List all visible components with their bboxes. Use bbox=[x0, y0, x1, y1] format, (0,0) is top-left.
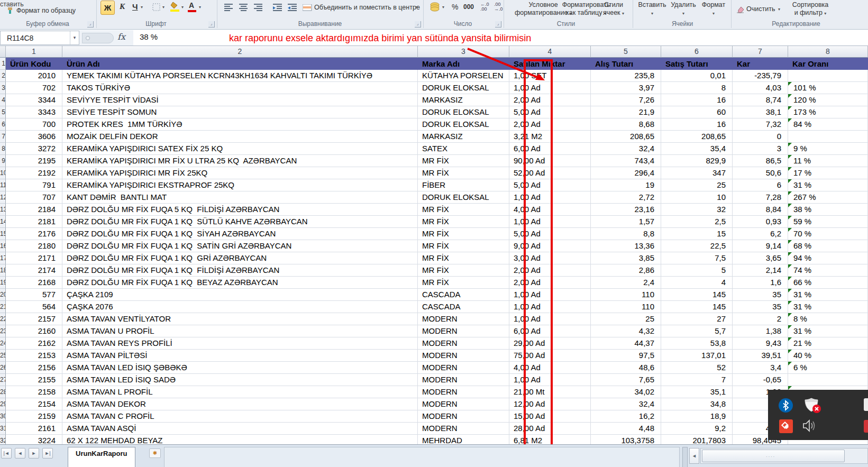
increase-indent-icon[interactable] bbox=[288, 4, 297, 11]
column-header[interactable]: 3 bbox=[418, 46, 509, 58]
table-header-cell[interactable]: Marka Adı bbox=[418, 58, 509, 70]
cell[interactable]: 2010 bbox=[6, 70, 62, 82]
clear-dropdown-icon[interactable]: ▾ bbox=[778, 7, 780, 12]
cell[interactable]: 8 bbox=[661, 82, 733, 94]
cell[interactable]: 564 bbox=[6, 301, 62, 313]
column-header[interactable]: 7 bbox=[733, 46, 788, 58]
row-number[interactable]: 3 bbox=[0, 82, 6, 94]
clipboard-dialog-launcher-icon[interactable]: ⌟ bbox=[87, 21, 94, 28]
cell[interactable]: 40 % bbox=[788, 350, 868, 362]
cell[interactable]: 66 % bbox=[788, 277, 868, 289]
cell[interactable]: 5 bbox=[661, 264, 733, 277]
cell[interactable]: 10 bbox=[661, 191, 733, 204]
increase-decimal-icon[interactable]: ←.0.00 bbox=[480, 2, 489, 12]
insert-worksheet-icon[interactable]: ✱ bbox=[149, 448, 161, 458]
cell[interactable]: 110 bbox=[591, 301, 661, 313]
cell[interactable]: 2180 bbox=[6, 240, 62, 252]
cell[interactable]: ÇAŞKA 2109 bbox=[62, 289, 418, 301]
cell[interactable]: 3 bbox=[733, 143, 788, 155]
fill-color-icon[interactable] bbox=[170, 1, 180, 12]
cell[interactable]: MR FİX bbox=[418, 167, 509, 179]
cell[interactable]: 2171 bbox=[6, 252, 62, 264]
column-header[interactable]: 6 bbox=[661, 46, 733, 58]
cell[interactable]: 31 % bbox=[788, 179, 868, 191]
table-header-cell[interactable]: Kar bbox=[733, 58, 788, 70]
cell[interactable]: KERAMİKA YAPIŞDIRICI MR FİX 25KQ bbox=[62, 167, 418, 179]
cell[interactable]: MODERN bbox=[418, 423, 509, 435]
cell[interactable]: MODERN bbox=[418, 398, 509, 410]
cell[interactable]: 1,57 bbox=[591, 216, 661, 228]
cell[interactable]: 0,01 bbox=[661, 70, 733, 82]
formula-bar-splitter[interactable] bbox=[82, 33, 114, 43]
currency-icon[interactable] bbox=[430, 2, 440, 12]
cell[interactable]: 59 % bbox=[788, 216, 868, 228]
cell[interactable]: MODERN bbox=[418, 362, 509, 374]
cell[interactable]: MR FİX bbox=[418, 252, 509, 264]
cell[interactable]: 110 bbox=[591, 289, 661, 301]
cell[interactable]: 13,36 bbox=[591, 240, 661, 252]
cell[interactable]: DƏRZ DOLĞU MR FİX FUQA 1 KQ SÜTLÜ KAHVE … bbox=[62, 216, 418, 228]
cell[interactable]: 120 % bbox=[788, 94, 868, 106]
row-number[interactable]: 5 bbox=[0, 106, 6, 118]
cell[interactable]: 48,6 bbox=[591, 362, 661, 374]
cell[interactable]: 0 bbox=[733, 131, 788, 143]
underline-dropdown-icon[interactable]: ▾ bbox=[141, 5, 143, 10]
cell[interactable]: KÜTAHYA PORSELEN bbox=[418, 70, 509, 82]
cell[interactable] bbox=[788, 70, 868, 82]
cell[interactable]: 38,1 bbox=[733, 106, 788, 118]
cell[interactable]: CASCADA bbox=[418, 289, 509, 301]
cell[interactable]: 3,97 bbox=[591, 82, 661, 94]
cell[interactable]: SATEX bbox=[418, 143, 509, 155]
cell[interactable]: 235,8 bbox=[591, 70, 661, 82]
font-color-button[interactable]: А bbox=[189, 1, 194, 10]
fill-color-dropdown-icon[interactable]: ▾ bbox=[181, 5, 184, 10]
align-center-icon[interactable] bbox=[239, 4, 248, 11]
cell[interactable]: 44,37 bbox=[591, 337, 661, 350]
cell[interactable]: MODERN bbox=[418, 313, 509, 325]
cell[interactable]: 2174 bbox=[6, 264, 62, 277]
cell[interactable]: ASMA TAVAN DEKOR bbox=[62, 398, 418, 410]
name-box-dropdown-icon[interactable]: ▾ bbox=[70, 31, 79, 44]
sort-filter-button[interactable]: Сортировка и фильтр ▾ bbox=[788, 1, 833, 17]
cell[interactable]: MR FİX bbox=[418, 264, 509, 277]
cell[interactable]: DƏRZ DOLĞU MR FİX FUQA 1 KQ GRİ AZƏRBAYC… bbox=[62, 252, 418, 264]
cell[interactable]: DƏRZ DOLĞU MR FİX FUQA 1 KQ BEYAZ AZƏRBA… bbox=[62, 277, 418, 289]
row-number[interactable]: 20 bbox=[0, 289, 6, 301]
cell[interactable]: 2156 bbox=[6, 362, 62, 374]
cell[interactable]: 35,1 bbox=[661, 386, 733, 398]
cell[interactable]: SEVİYYE TESPİT VİDASİ bbox=[62, 94, 418, 106]
cell[interactable]: 4 bbox=[661, 277, 733, 289]
cell[interactable]: 35,4 bbox=[661, 143, 733, 155]
cell[interactable]: 31 % bbox=[788, 325, 868, 337]
row-number[interactable]: 6 bbox=[0, 118, 6, 131]
cell[interactable]: 16 bbox=[661, 118, 733, 131]
cell[interactable]: 2192 bbox=[6, 167, 62, 179]
merge-center-button[interactable]: Объединить и поместить в центре bbox=[314, 4, 420, 11]
percent-style-button[interactable]: % bbox=[452, 3, 458, 11]
sheet-tab-active[interactable]: UrunKarRaporu bbox=[68, 447, 135, 467]
insert-cells-button[interactable]: Вставить▾ bbox=[637, 1, 668, 17]
cell[interactable]: 7 bbox=[661, 374, 733, 386]
row-number[interactable]: 2 bbox=[0, 70, 6, 82]
cell[interactable]: 5,7 bbox=[661, 325, 733, 337]
column-header[interactable]: 1 bbox=[6, 46, 62, 58]
cell[interactable]: 3606 bbox=[6, 131, 62, 143]
row-number[interactable]: 19 bbox=[0, 277, 6, 289]
cell[interactable]: 8 % bbox=[788, 313, 868, 325]
cell[interactable]: 2181 bbox=[6, 216, 62, 228]
cell[interactable]: KANT DƏMİR BANTLI MAT bbox=[62, 191, 418, 204]
row-number[interactable]: 30 bbox=[0, 410, 6, 423]
cell[interactable]: 97,5 bbox=[591, 350, 661, 362]
cell[interactable]: 7,65 bbox=[591, 374, 661, 386]
row-number[interactable]: 22 bbox=[0, 313, 6, 325]
cell[interactable]: 2161 bbox=[6, 423, 62, 435]
cell[interactable]: 50,6 bbox=[733, 167, 788, 179]
select-all-corner[interactable] bbox=[0, 46, 6, 58]
last-sheet-button[interactable]: ►| bbox=[42, 448, 53, 459]
cell[interactable] bbox=[788, 374, 868, 386]
row-number[interactable]: 1 bbox=[0, 58, 6, 70]
cell[interactable]: MR FİX bbox=[418, 155, 509, 167]
cell[interactable]: CASCADA bbox=[418, 301, 509, 313]
font-dialog-launcher-icon[interactable]: ⌟ bbox=[208, 21, 215, 28]
cell[interactable]: YEMEK TAKIMI KÜTAHYA PORSELEN KCRN43KH16… bbox=[62, 70, 418, 82]
